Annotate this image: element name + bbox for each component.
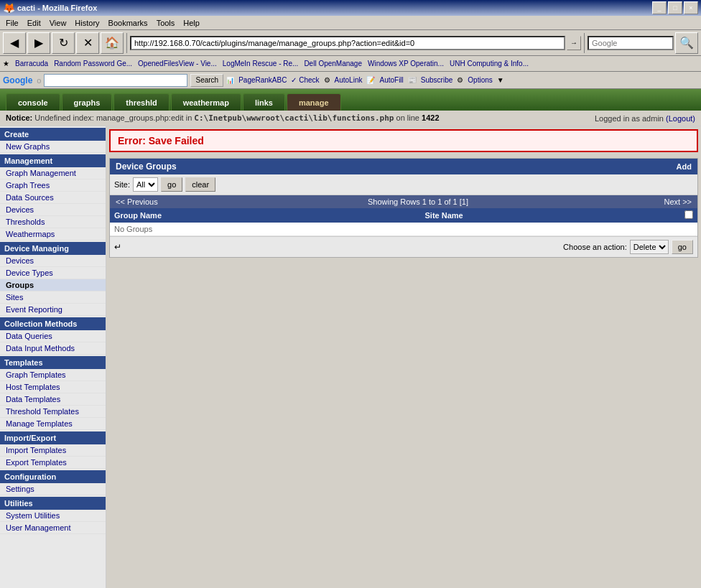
browser-toolbar: ◀ ▶ ↻ ✕ 🏠 → 🔍 xyxy=(0,30,701,56)
panel-header: Device Groups Add xyxy=(110,159,697,174)
menu-bar: File Edit View History Bookmarks Tools H… xyxy=(0,16,701,30)
search-go-button[interactable]: 🔍 xyxy=(675,32,698,54)
sidebar-item-import-templates[interactable]: Import Templates xyxy=(0,444,106,457)
tab-weathermap[interactable]: weathermap xyxy=(171,93,241,111)
options-icon: ⚙ xyxy=(457,76,463,84)
tab-manage[interactable]: manage xyxy=(287,93,341,111)
google-logo-o: o xyxy=(37,76,41,85)
arrow-icon: ↵ xyxy=(114,242,121,252)
sidebar-item-threshold-templates[interactable]: Threshold Templates xyxy=(0,406,106,418)
check-link[interactable]: ✓ Check xyxy=(291,76,319,84)
address-go-button[interactable]: → xyxy=(567,36,581,50)
autofill-link[interactable]: AutoFill xyxy=(379,76,403,84)
sidebar-item-system-utilities[interactable]: System Utilities xyxy=(0,510,106,522)
notice-bar: Notice: Undefined index: manage_groups.p… xyxy=(0,111,701,126)
back-button[interactable]: ◀ xyxy=(3,32,26,54)
pagerank-link[interactable]: PageRankABC xyxy=(238,76,287,84)
sidebar-item-graph-templates[interactable]: Graph Templates xyxy=(0,369,106,381)
sidebar-item-host-templates[interactable]: Host Templates xyxy=(0,381,106,393)
prev-link[interactable]: << Previous xyxy=(116,197,158,206)
sidebar-item-settings[interactable]: Settings xyxy=(0,483,106,495)
action-go-button[interactable]: go xyxy=(672,240,693,254)
tab-graphs[interactable]: graphs xyxy=(62,93,113,111)
action-label: Choose an action: xyxy=(563,243,627,251)
autolink-link[interactable]: AutoLink xyxy=(335,76,363,84)
close-button[interactable]: × xyxy=(684,1,698,14)
bookmark-unh[interactable]: UNH Computing & Info... xyxy=(448,59,530,68)
window-title: cacti - Mozilla Firefox xyxy=(17,4,652,12)
bookmark-barracuda[interactable]: Barracuda xyxy=(14,59,50,68)
maximize-button[interactable]: □ xyxy=(668,1,682,14)
subscribe-link[interactable]: Subscribe xyxy=(421,76,452,84)
go-button[interactable]: go xyxy=(161,177,182,192)
google-search-input[interactable] xyxy=(44,74,187,87)
forward-button[interactable]: ▶ xyxy=(27,32,50,54)
stop-button[interactable]: ✕ xyxy=(76,32,99,54)
sidebar-item-data-sources[interactable]: Data Sources xyxy=(0,192,106,204)
showing-text: Showing Rows 1 to 1 of 1 [1] xyxy=(368,197,468,206)
sidebar-item-manage-templates[interactable]: Manage Templates xyxy=(0,418,106,430)
notice-text: Notice: Undefined index: manage_groups.p… xyxy=(6,113,440,123)
action-bar: ↵ Choose an action: Delete go xyxy=(110,236,697,257)
site-select[interactable]: All xyxy=(133,177,158,192)
search-input[interactable] xyxy=(588,36,674,50)
tab-threshld[interactable]: threshld xyxy=(113,93,169,111)
clear-button[interactable]: clear xyxy=(185,177,215,192)
col-site-name: Site Name xyxy=(421,208,680,223)
menu-file[interactable]: File xyxy=(1,17,23,29)
sidebar: Create New Graphs Management Graph Manag… xyxy=(0,126,106,588)
google-search-button[interactable]: Search xyxy=(190,74,223,87)
bookmark-dell[interactable]: Dell OpenManage xyxy=(302,59,363,68)
sidebar-item-data-input-methods[interactable]: Data Input Methods xyxy=(0,342,106,355)
menu-view[interactable]: View xyxy=(45,17,71,29)
sidebar-item-devices[interactable]: Devices xyxy=(0,204,106,216)
sidebar-item-device-types[interactable]: Device Types xyxy=(0,267,106,279)
sidebar-item-new-graphs[interactable]: New Graphs xyxy=(0,141,106,153)
bookmark-logmein[interactable]: LogMeIn Rescue - Re... xyxy=(221,59,300,68)
home-button[interactable]: 🏠 xyxy=(101,32,124,54)
options-link[interactable]: Options xyxy=(468,76,492,84)
sidebar-section-utilities: Utilities xyxy=(0,497,106,510)
tab-links[interactable]: links xyxy=(243,93,285,111)
bookmark-winxp[interactable]: Windows XP Operatin... xyxy=(366,59,445,68)
tab-console[interactable]: console xyxy=(6,93,60,111)
refresh-button[interactable]: ↻ xyxy=(52,32,75,54)
sidebar-item-groups[interactable]: Groups xyxy=(0,279,106,291)
action-select[interactable]: Delete xyxy=(630,240,669,254)
window-controls[interactable]: _ □ × xyxy=(652,1,698,14)
next-link[interactable]: Next >> xyxy=(664,197,692,206)
menu-history[interactable]: History xyxy=(70,17,103,29)
bookmark-random-password[interactable]: Random Password Ge... xyxy=(52,59,134,68)
page-content: Create New Graphs Management Graph Manag… xyxy=(0,126,701,588)
sidebar-item-sites[interactable]: Sites xyxy=(0,291,106,304)
menu-bookmarks[interactable]: Bookmarks xyxy=(104,17,152,29)
panel-toolbar: Site: All go clear xyxy=(110,174,697,195)
logout-link[interactable]: (Logout) xyxy=(666,114,695,123)
sidebar-item-event-reporting[interactable]: Event Reporting xyxy=(0,304,106,316)
sidebar-item-data-queries[interactable]: Data Queries xyxy=(0,330,106,342)
prev-cell: << Previous xyxy=(110,195,196,208)
sidebar-item-weathermaps[interactable]: Weathermaps xyxy=(0,228,106,241)
menu-tools[interactable]: Tools xyxy=(152,17,180,29)
window-title-bar: 🦊 cacti - Mozilla Firefox _ □ × xyxy=(0,0,701,16)
address-input[interactable] xyxy=(130,36,565,50)
col-checkbox-header[interactable] xyxy=(680,208,697,223)
groups-table: Group Name Site Name No Groups xyxy=(110,208,697,236)
add-link[interactable]: Add xyxy=(677,162,692,171)
col-group-name: Group Name xyxy=(110,208,421,223)
sidebar-item-devices2[interactable]: Devices xyxy=(0,255,106,267)
minimize-button[interactable]: _ xyxy=(652,1,667,14)
cacti-nav-tabs: console graphs threshld weathermap links… xyxy=(0,89,701,111)
error-text: Error: Save Failed xyxy=(118,135,204,146)
menu-help[interactable]: Help xyxy=(179,17,204,29)
sidebar-item-export-templates[interactable]: Export Templates xyxy=(0,457,106,469)
menu-edit[interactable]: Edit xyxy=(23,17,45,29)
sidebar-item-graph-management[interactable]: Graph Management xyxy=(0,167,106,179)
bookmark-openedfilesview[interactable]: OpenedFilesView - Vie... xyxy=(136,59,218,68)
sidebar-item-data-templates[interactable]: Data Templates xyxy=(0,393,106,406)
sidebar-item-user-management[interactable]: User Management xyxy=(0,522,106,534)
sidebar-item-thresholds[interactable]: Thresholds xyxy=(0,216,106,228)
device-groups-panel: Device Groups Add Site: All go clear << … xyxy=(109,158,698,258)
sidebar-item-graph-trees[interactable]: Graph Trees xyxy=(0,179,106,192)
select-all-checkbox[interactable] xyxy=(684,210,693,219)
